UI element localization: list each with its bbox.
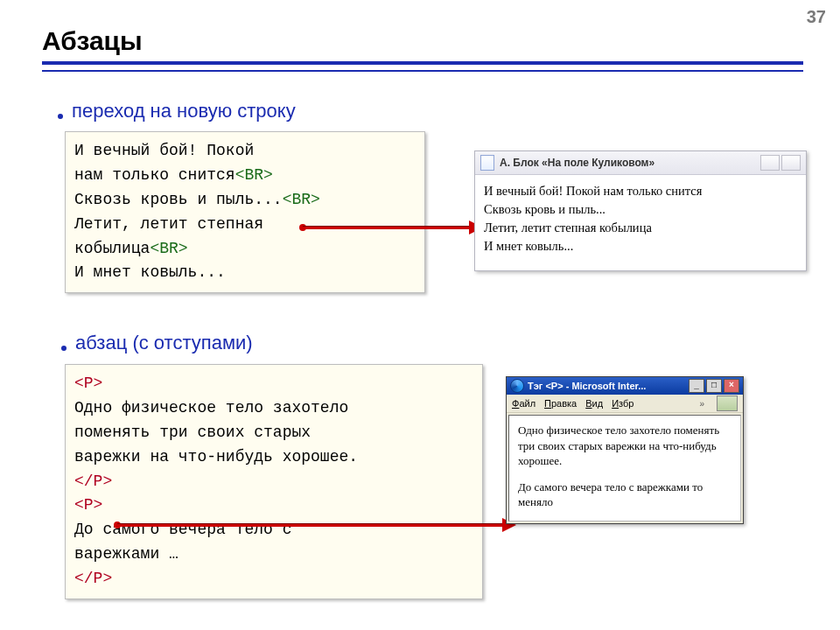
code2-t3: варежки на что-нибудь хорошее. — [74, 448, 358, 466]
menu-edit: Правка — [544, 398, 577, 409]
code-box-p: <P> Одно физическое тело захотело поменя… — [65, 364, 483, 599]
code2-t1: Одно физическое тело захотело — [74, 399, 348, 416]
br-tag: <BR> — [235, 166, 273, 184]
close-icon: × — [724, 379, 739, 393]
mock1-btn1 — [760, 155, 780, 171]
code2-t2: поменять три своих старых — [74, 424, 311, 441]
title-underline-thick — [42, 61, 803, 65]
code2-t5: варежками … — [74, 545, 178, 563]
maximize-icon: □ — [706, 379, 722, 393]
mock1-line1: И вечный бой! Покой нам только снится — [484, 182, 797, 200]
bullet-dot — [61, 346, 66, 351]
go-button-icon — [717, 396, 738, 411]
menu-view: Вид — [585, 398, 603, 409]
chevron-right-icon: » — [699, 399, 704, 409]
title-underline-thin — [42, 70, 803, 72]
bullet-paragraph: абзац (с отступами) — [75, 332, 253, 354]
mock1-titlebar: А. Блок «На поле Куликовом» — [475, 151, 806, 175]
mock1-btn2 — [781, 155, 801, 171]
menu-fav: Избр — [612, 398, 634, 409]
code1-l1: И вечный бой! Покой — [74, 142, 254, 159]
page-number: 37 — [807, 7, 826, 27]
code1-l3a: Сквозь кровь и пыль... — [74, 191, 283, 208]
mock2-para2: До самого вечера тело с варежками то мен… — [518, 480, 732, 510]
mock2-content: Одно физическое тело захотело поменять т… — [508, 415, 741, 522]
p-close-tag: </P> — [74, 570, 112, 587]
ie-icon — [510, 379, 524, 393]
mock1-line3: Летит, летит степная кобылица — [484, 219, 797, 237]
mock2-para1: Одно физическое тело захотело поменять т… — [518, 423, 732, 469]
render-preview-paragraph: Тэг <P> - Microsoft Inter... _ □ × ФФайл… — [506, 376, 744, 524]
bullet-dot — [58, 114, 63, 119]
menu-file: ФФайлайл — [512, 398, 536, 409]
render-preview-newline: А. Блок «На поле Куликовом» И вечный бой… — [474, 150, 807, 271]
mock2-title: Тэг <P> - Microsoft Inter... — [528, 381, 646, 391]
document-icon — [480, 155, 494, 171]
mock2-menubar: ФФайлайл Правка Вид Избр » — [507, 395, 743, 413]
minimize-icon: _ — [689, 379, 704, 393]
mock1-title: А. Блок «На поле Куликовом» — [500, 157, 654, 169]
mock1-line4: И мнет ковыль... — [484, 237, 797, 256]
code1-l4: Летит, летит степная — [74, 215, 263, 233]
code1-l2a: нам только снится — [74, 166, 235, 184]
mock2-titlebar: Тэг <P> - Microsoft Inter... _ □ × — [507, 377, 743, 395]
code1-l6: И мнет ковыль... — [74, 263, 226, 281]
mock1-content: И вечный бой! Покой нам только снится Ск… — [475, 175, 806, 262]
p-close-tag: </P> — [74, 472, 112, 490]
code1-l5a: кобылица — [74, 240, 150, 257]
p-open-tag: <P> — [74, 374, 102, 392]
code-box-br: И вечный бой! Покой нам только снится<BR… — [65, 131, 425, 293]
p-open-tag: <P> — [74, 496, 102, 514]
br-tag: <BR> — [283, 191, 320, 208]
slide-title: Абзацы — [42, 26, 143, 56]
bullet-line-break: переход на новую строку — [72, 100, 296, 122]
br-tag: <BR> — [150, 240, 187, 257]
mock1-line2: Сквозь кровь и пыль... — [484, 200, 797, 219]
